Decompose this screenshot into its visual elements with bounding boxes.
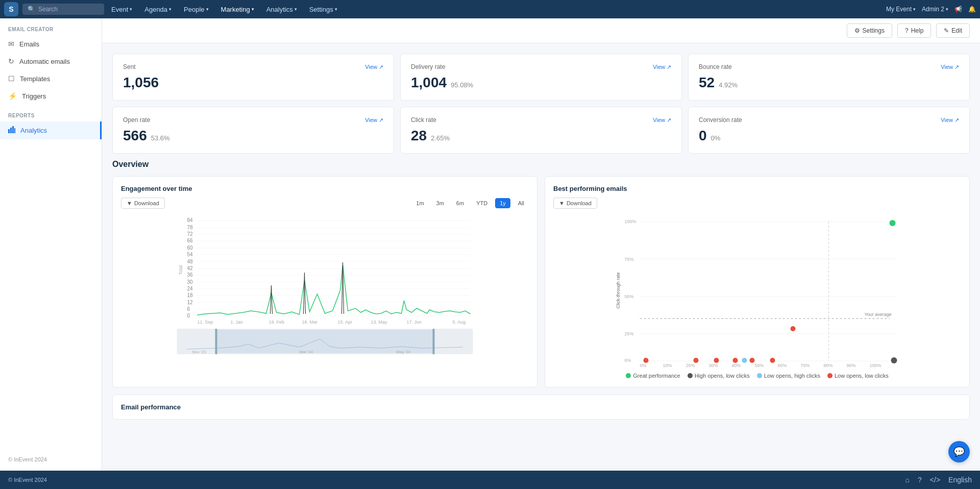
svg-text:30: 30 — [187, 279, 193, 285]
sidebar-item-templates[interactable]: ☐ Templates — [0, 70, 102, 87]
sidebar-item-analytics[interactable]: Analytics — [0, 121, 102, 139]
svg-text:78: 78 — [187, 225, 193, 230]
help-icon: ? — [905, 27, 909, 34]
sidebar-footer: © InEvent 2024 — [0, 450, 102, 469]
metric-bounce-view[interactable]: View ↗ — [941, 64, 959, 70]
main-content: ⚙ Settings ? Help ✎ Edit Sent — [102, 18, 980, 489]
main-layout: EMAIL CREATOR ✉ Emails ↻ Automatic email… — [0, 18, 980, 489]
engagement-download-button[interactable]: ▼ Download — [121, 198, 165, 209]
time-6m-button[interactable]: 6m — [452, 198, 469, 208]
svg-text:66: 66 — [187, 238, 193, 243]
email-icon: ✉ — [8, 40, 14, 48]
svg-text:Nov '23: Nov '23 — [192, 350, 206, 354]
metrics-row-2: Open rate View ↗ 566 53.6% Click rate — [112, 107, 970, 154]
metric-open-label: Open rate — [123, 116, 150, 124]
search-box[interactable]: 🔍 Search — [22, 4, 104, 15]
chat-icon: 💬 — [953, 446, 965, 457]
admin-dropdown[interactable]: Admin 2 ▾ — [922, 6, 948, 13]
sidebar-item-triggers[interactable]: ⚡ Triggers — [0, 87, 102, 105]
external-link-icon: ↗ — [954, 64, 959, 70]
engagement-chart-title: Engagement over time — [121, 185, 529, 192]
nav-item-people[interactable]: People ▾ — [179, 4, 213, 15]
metric-click-view[interactable]: View ↗ — [653, 117, 671, 124]
chat-bubble[interactable]: 💬 — [948, 441, 970, 462]
nav-item-agenda[interactable]: Agenda ▾ — [139, 4, 177, 15]
svg-text:0%: 0% — [625, 358, 631, 363]
settings-button[interactable]: ⚙ Settings — [847, 23, 892, 38]
chevron-down-icon: ▾ — [252, 7, 254, 12]
question-icon[interactable]: ? — [918, 476, 922, 484]
help-button[interactable]: ? Help — [897, 23, 931, 38]
notification-icon[interactable]: 📢 — [954, 6, 962, 13]
svg-point-81 — [733, 358, 738, 363]
svg-rect-1 — [10, 128, 12, 133]
nav-item-analytics[interactable]: Analytics ▾ — [261, 4, 302, 15]
sidebar-item-automatic-emails[interactable]: ↻ Automatic emails — [0, 53, 102, 70]
metric-sent-value: 1,056 — [123, 75, 383, 91]
edit-button[interactable]: ✎ Edit — [936, 23, 970, 38]
scatter-chart-svg: Click-through rate 100% 75% 50% 25% 0% — [553, 214, 961, 367]
svg-text:Your average: Your average — [865, 312, 892, 317]
external-link-icon: ↗ — [667, 117, 671, 124]
external-link-icon: ↗ — [954, 117, 959, 124]
svg-text:Click-through rate: Click-through rate — [616, 272, 621, 308]
sidebar-item-emails[interactable]: ✉ Emails — [0, 35, 102, 53]
svg-point-80 — [714, 358, 719, 363]
home-icon[interactable]: ⌂ — [905, 476, 910, 484]
svg-point-79 — [694, 358, 699, 363]
svg-text:40%: 40% — [732, 363, 741, 367]
app-logo[interactable]: S — [4, 2, 18, 16]
best-emails-download-button[interactable]: ▼ Download — [553, 198, 597, 209]
svg-text:13. May: 13. May — [371, 320, 388, 325]
chevron-down-icon: ▾ — [169, 7, 172, 12]
time-1m-button[interactable]: 1m — [411, 198, 428, 208]
sidebar: EMAIL CREATOR ✉ Emails ↻ Automatic email… — [0, 18, 102, 489]
metric-click-value: 28 2.65% — [411, 128, 671, 144]
svg-point-76 — [890, 220, 896, 226]
email-performance-card: Email performance — [112, 395, 970, 420]
metrics-row-1: Sent View ↗ 1,056 Delivery rate — [112, 54, 970, 101]
svg-text:42: 42 — [187, 265, 193, 271]
metric-bounce-rate: Bounce rate View ↗ 52 4.92% — [688, 54, 970, 101]
metric-open-view[interactable]: View ↗ — [365, 117, 383, 124]
mini-scroll-chart[interactable]: Nov '23 Mar '24 May '24 — [121, 329, 529, 356]
svg-text:18: 18 — [187, 292, 193, 298]
scatter-legend: Great performance High opens, low clicks… — [553, 373, 961, 379]
my-event-dropdown[interactable]: My Event ▾ — [886, 6, 916, 13]
metric-delivery-view[interactable]: View ↗ — [653, 64, 671, 70]
engagement-chart-area: 84 78 72 66 60 54 48 42 36 30 24 18 — [121, 214, 529, 356]
metric-delivery-rate: Delivery rate View ↗ 1,004 95.08% — [400, 54, 682, 101]
engagement-chart-card: Engagement over time ▼ Download 1m 3m 6m… — [112, 176, 537, 387]
time-ytd-button[interactable]: YTD — [472, 198, 492, 208]
svg-rect-45 — [215, 329, 217, 354]
svg-rect-2 — [12, 126, 14, 133]
settings-icon: ⚙ — [854, 27, 860, 34]
time-all-button[interactable]: All — [513, 198, 529, 208]
code-icon[interactable]: </> — [930, 476, 940, 484]
svg-text:0: 0 — [187, 313, 190, 319]
metric-conversion-view[interactable]: View ↗ — [941, 117, 959, 124]
metric-sent-view[interactable]: View ↗ — [365, 64, 383, 70]
svg-text:May '24: May '24 — [397, 350, 411, 354]
nav-item-event[interactable]: Event ▾ — [106, 4, 137, 15]
svg-text:100%: 100% — [625, 219, 636, 224]
language-selector[interactable]: English — [948, 476, 972, 484]
edit-icon: ✎ — [944, 27, 949, 34]
nav-item-settings[interactable]: Settings ▾ — [304, 4, 342, 15]
chevron-down-icon: ▾ — [130, 7, 132, 12]
bottom-bar: © InEvent 2024 ⌂ ? </> English — [0, 471, 980, 489]
svg-text:100%: 100% — [870, 363, 881, 367]
time-3m-button[interactable]: 3m — [432, 198, 449, 208]
svg-rect-0 — [8, 129, 10, 133]
bell-icon[interactable]: 🔔 — [968, 6, 976, 13]
svg-text:80%: 80% — [824, 363, 833, 367]
svg-text:60: 60 — [187, 245, 193, 251]
svg-text:36: 36 — [187, 272, 193, 278]
metric-click-rate: Click rate View ↗ 28 2.65% — [400, 107, 682, 154]
svg-point-77 — [891, 357, 897, 363]
svg-text:17. Jun: 17. Jun — [407, 320, 422, 325]
time-1y-button[interactable]: 1y — [495, 198, 510, 208]
nav-item-marketing[interactable]: Marketing ▾ — [216, 4, 259, 15]
legend-low-opens-high-clicks: Low opens, high clicks — [757, 373, 820, 379]
chevron-down-icon: ▾ — [335, 7, 337, 12]
